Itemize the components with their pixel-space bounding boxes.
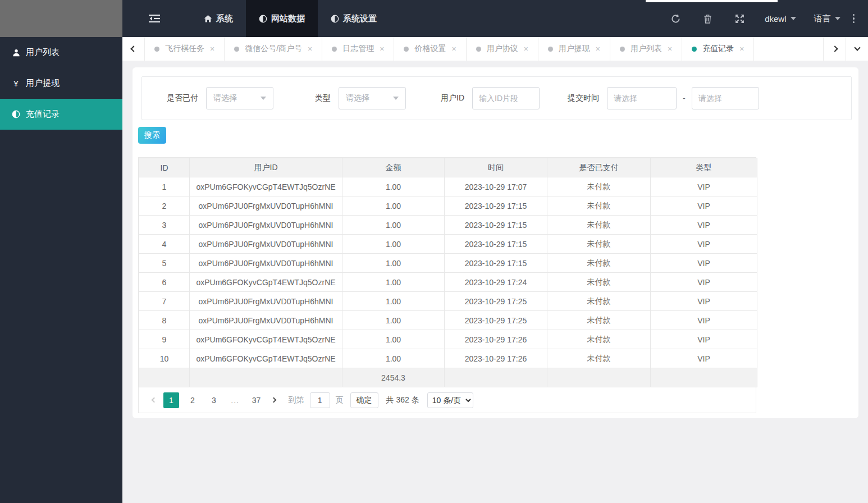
nav-item-system[interactable]: 系统	[191, 0, 246, 37]
date-range-separator: -	[683, 94, 686, 103]
tab[interactable]: 日志管理 ×	[322, 37, 394, 61]
cell-paid-status: 未付款	[547, 177, 651, 196]
nav-item-system-settings[interactable]: 系统设置	[318, 0, 390, 37]
page-number-button[interactable]: 1	[163, 392, 179, 408]
tab[interactable]: 用户提现 ×	[538, 37, 610, 61]
cell-time: 2023-10-29 17:15	[445, 196, 547, 216]
next-page-button[interactable]	[266, 392, 282, 408]
tab-close-icon[interactable]: ×	[308, 44, 312, 53]
cell-type: VIP	[651, 349, 757, 368]
tab[interactable]: 微信公号/商户号 ×	[225, 37, 322, 61]
sidebar-toggle-outdent-icon[interactable]	[149, 14, 160, 23]
tab-label: 价格设置	[414, 44, 446, 54]
tab-status-dot-icon	[404, 47, 409, 52]
tab[interactable]: 充值记录 ×	[682, 37, 754, 61]
nav-label: 系统设置	[343, 13, 377, 24]
cell-type: VIP	[651, 254, 757, 273]
page-number-button[interactable]: 37	[249, 392, 264, 408]
topbar: 系统 网站数据 系统设置	[122, 0, 868, 37]
goto-confirm-button[interactable]: 确定	[350, 392, 378, 408]
tabs-collapse-button[interactable]	[846, 37, 868, 61]
type-filter-select[interactable]: 请选择	[339, 87, 406, 109]
table-row: 5 oxPUm6PJU0FrgMxUVD0TupH6hMNI 1.00 2023…	[139, 254, 757, 273]
tab[interactable]: 用户列表 ×	[610, 37, 682, 61]
table-header-row: ID用户ID金额时间是否已支付类型	[139, 158, 757, 177]
cell-type: VIP	[651, 235, 757, 254]
tabs-scroll-right-button[interactable]	[823, 37, 846, 61]
table-header-cell: 时间	[445, 158, 547, 177]
cell-type: VIP	[651, 273, 757, 292]
tab[interactable]: 价格设置 ×	[394, 37, 466, 61]
trash-icon[interactable]	[692, 14, 724, 24]
tab-close-icon[interactable]: ×	[596, 44, 600, 53]
paid-filter-select[interactable]: 请选择	[206, 87, 273, 109]
submit-time-from-input[interactable]	[607, 87, 677, 109]
sidebar: 用户列表 ¥ 用户提现 充值记录	[0, 0, 122, 503]
page-number-button[interactable]: ...	[227, 392, 243, 408]
tab-close-icon[interactable]: ×	[739, 44, 744, 53]
username: dkewl	[765, 14, 786, 24]
tab-close-icon[interactable]: ×	[524, 44, 528, 53]
table-header-cell: 类型	[651, 158, 757, 177]
submit-time-filter-label: 提交时间	[568, 93, 599, 103]
topbar-right: dkewl 语言	[660, 13, 868, 24]
chevron-down-icon	[854, 44, 860, 51]
tab-label: 用户协议	[487, 44, 518, 54]
cell-type: VIP	[651, 177, 757, 196]
tab-close-icon[interactable]: ×	[210, 44, 214, 53]
tab-status-dot-icon	[548, 47, 553, 52]
tab-close-icon[interactable]: ×	[451, 44, 456, 53]
tab-status-dot-icon	[620, 47, 625, 52]
more-menu-kebab-icon[interactable]	[849, 14, 861, 24]
records-table: ID用户ID金额时间是否已支付类型 1 oxPUm6GFOKyvCGpT4EWT…	[138, 157, 756, 413]
summary-empty-cell	[139, 368, 190, 387]
tab[interactable]: 飞行棋任务 ×	[145, 37, 225, 61]
cell-id: 9	[139, 330, 190, 349]
main-column: 系统 网站数据 系统设置	[122, 0, 868, 503]
cell-paid-status: 未付款	[547, 311, 651, 330]
sidebar-item-user-list[interactable]: 用户列表	[0, 37, 122, 68]
filter-bar: 是否已付 请选择 类型 请选择 用户ID	[141, 76, 852, 120]
tab-label: 飞行棋任务	[165, 44, 204, 54]
table-header-cell: 用户ID	[190, 158, 342, 177]
tab[interactable]: 用户协议 ×	[467, 37, 538, 61]
cell-amount: 1.00	[342, 235, 445, 254]
tab-close-icon[interactable]: ×	[380, 44, 384, 53]
tab-label: 充值记录	[702, 44, 734, 54]
cell-id: 5	[139, 254, 190, 273]
user-id-input[interactable]	[472, 87, 540, 109]
tab-close-icon[interactable]: ×	[668, 44, 672, 53]
user-menu[interactable]: dkewl	[756, 14, 805, 24]
language-menu[interactable]: 语言	[805, 13, 849, 24]
sidebar-item-recharge-records[interactable]: 充值记录	[0, 99, 122, 130]
goto-page-input[interactable]	[310, 392, 330, 408]
cell-id: 2	[139, 196, 190, 216]
table-row: 2 oxPUm6PJU0FrgMxUVD0TupH6hMNI 1.00 2023…	[139, 196, 757, 216]
type-filter-group: 类型 请选择	[315, 87, 406, 109]
search-button[interactable]: 搜索	[138, 127, 166, 144]
tab-label: 用户提现	[559, 44, 590, 54]
nav-label: 网站数据	[271, 13, 305, 24]
nav-item-site-data[interactable]: 网站数据	[246, 0, 318, 37]
cell-type: VIP	[651, 292, 757, 311]
sidebar-item-user-withdraw[interactable]: ¥ 用户提现	[0, 68, 122, 99]
refresh-icon[interactable]	[660, 14, 692, 24]
fullscreen-icon[interactable]	[724, 14, 756, 24]
page-number-button[interactable]: 3	[206, 392, 222, 408]
chevron-left-icon	[130, 45, 136, 52]
submit-time-to-input[interactable]	[692, 87, 759, 109]
top-nav: 系统 网站数据 系统设置	[191, 0, 390, 37]
table-summary-row: 2454.3	[139, 368, 757, 387]
tabs-scroll-left-button[interactable]	[122, 37, 145, 61]
content-card: 是否已付 请选择 类型 请选择 用户ID	[133, 67, 858, 418]
cell-user-id: oxPUm6GFOKyvCGpT4EWTJq5OzrNE	[190, 330, 342, 349]
yen-icon: ¥	[11, 79, 21, 88]
page-size-select[interactable]: 10 条/页	[427, 392, 473, 408]
prev-page-button[interactable]	[146, 392, 162, 408]
app-root: 用户列表 ¥ 用户提现 充值记录 系统	[0, 0, 868, 503]
pagination: 1 2 3 ... 37 到第	[139, 387, 756, 413]
page-number-button[interactable]: 2	[185, 392, 200, 408]
page-buttons: 1 2 3 ... 37	[162, 392, 266, 408]
cell-id: 1	[139, 177, 190, 196]
chevron-down-icon	[791, 17, 796, 20]
